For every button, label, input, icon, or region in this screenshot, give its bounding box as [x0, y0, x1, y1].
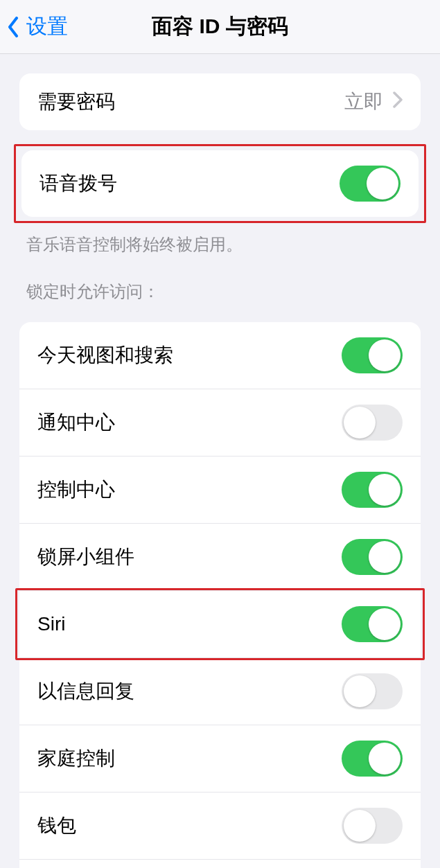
row-lock-access-item[interactable]: 以信息回复	[19, 657, 421, 725]
highlight-voice-dial: 语音拨号	[14, 144, 426, 223]
toggle-lock-access-item[interactable]	[342, 606, 403, 642]
toggle-lock-access-item[interactable]	[342, 741, 403, 777]
row-value: 立即	[344, 89, 403, 115]
toggle-lock-access-item[interactable]	[342, 539, 403, 575]
row-lock-access-item[interactable]: 控制中心	[19, 456, 421, 523]
toggle-lock-access-item[interactable]	[342, 337, 403, 373]
row-label: 语音拨号	[39, 170, 117, 197]
toggle-voice-dial[interactable]	[340, 166, 401, 202]
row-value-text: 立即	[344, 89, 383, 115]
row-lock-access-item[interactable]: 通知中心	[19, 389, 421, 456]
section-header-lock-access: 锁定时允许访问：	[26, 281, 414, 303]
row-lock-access-item[interactable]: Siri	[19, 590, 421, 657]
chevron-right-icon	[393, 91, 403, 113]
row-label: 通知中心	[37, 409, 115, 436]
row-lock-access-item[interactable]: 家庭控制	[19, 725, 421, 792]
row-lock-access-item[interactable]: 回拨未接来电	[19, 859, 421, 868]
row-require-passcode[interactable]: 需要密码 立即	[19, 73, 421, 130]
row-voice-dial[interactable]: 语音拨号	[21, 150, 419, 217]
toggle-lock-access-item[interactable]	[342, 472, 403, 508]
group-require-passcode: 需要密码 立即	[19, 73, 421, 130]
toggle-lock-access-item[interactable]	[342, 405, 403, 441]
group-voice-dial: 语音拨号	[21, 150, 419, 217]
navbar: 设置 面容 ID 与密码	[0, 0, 440, 54]
row-label: Siri	[37, 613, 65, 635]
row-lock-access-item[interactable]: 钱包	[19, 792, 421, 859]
toggle-lock-access-item[interactable]	[342, 673, 403, 709]
group-lock-access: 今天视图和搜索通知中心控制中心锁屏小组件Siri以信息回复家庭控制钱包回拨未接来…	[19, 322, 421, 868]
row-lock-access-item[interactable]: 锁屏小组件	[19, 523, 421, 590]
page-title: 面容 ID 与密码	[0, 12, 440, 41]
toggle-lock-access-item[interactable]	[342, 808, 403, 844]
row-label: 钱包	[37, 813, 76, 839]
content: 需要密码 立即 语音拨号 音乐语音控制将始终被启用。 锁定时允许访问： 今天视图…	[0, 73, 440, 868]
row-label: 今天视图和搜索	[37, 342, 173, 369]
row-label: 锁屏小组件	[37, 544, 134, 570]
footer-voice-dial: 音乐语音控制将始终被启用。	[26, 233, 414, 257]
row-label: 控制中心	[37, 477, 115, 503]
row-label: 需要密码	[37, 89, 115, 115]
row-label: 家庭控制	[37, 745, 115, 772]
row-lock-access-item[interactable]: 今天视图和搜索	[19, 322, 421, 389]
row-label: 以信息回复	[37, 678, 134, 705]
